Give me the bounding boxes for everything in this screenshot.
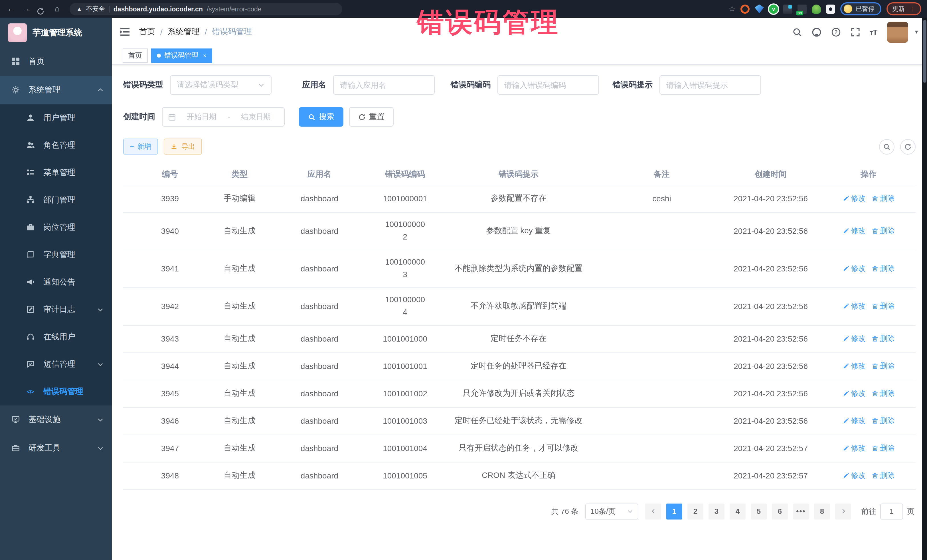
sidebar-item-label: 部门管理 [43,195,104,205]
page-size-select[interactable]: 10条/页 [585,503,638,519]
edit-link[interactable]: 修改 [842,264,866,274]
sidebar-item-12[interactable]: </>错误码管理 [0,378,112,405]
browser-extension-icon[interactable] [798,4,807,14]
error-code-input[interactable] [504,81,592,89]
edit-link[interactable]: 修改 [842,193,866,203]
goto-page-input[interactable] [880,503,903,519]
extensions-puzzle-icon[interactable] [826,4,835,14]
refresh-table-button[interactable] [900,139,916,154]
trash-icon [871,265,878,272]
add-button[interactable]: + 新增 [123,138,158,155]
start-date-placeholder[interactable]: 开始日期 [179,112,224,122]
page-button-8[interactable]: 8 [814,503,830,519]
search-button[interactable]: 搜索 [299,107,343,127]
delete-link[interactable]: 删除 [871,226,895,236]
edit-link[interactable]: 修改 [842,443,866,453]
github-icon[interactable] [812,27,821,37]
page-button-3[interactable]: 3 [708,503,725,519]
error-hint-input[interactable] [666,81,754,89]
breadcrumb-system[interactable]: 系统管理 [168,27,200,37]
browser-forward-icon[interactable]: → [21,0,31,18]
page-button-4[interactable]: 4 [729,503,746,519]
delete-link[interactable]: 删除 [871,443,895,453]
hamburger-icon[interactable] [120,27,130,36]
scrollbar-thumb[interactable] [923,20,926,83]
window-scrollbar[interactable] [922,18,927,560]
edit-link[interactable]: 修改 [842,334,866,344]
tab-0[interactable]: 首页 [123,48,148,62]
more-pages-button[interactable]: ••• [793,503,809,519]
browser-menu-icon[interactable]: ⋮ [909,6,916,12]
delete-link[interactable]: 删除 [871,301,895,311]
page-button-2[interactable]: 2 [687,503,704,519]
browser-extension-icon[interactable] [783,4,792,14]
sidebar-item-0[interactable]: 首页 [0,47,112,76]
error-type-select[interactable]: 请选择错误码类型 [170,75,272,95]
date-range-picker[interactable]: 开始日期 - 结束日期 [162,107,285,127]
sidebar-item-4[interactable]: 菜单管理 [0,159,112,187]
sidebar-item-label: 短信管理 [43,359,97,370]
chevron-down-icon[interactable]: ▼ [914,29,919,35]
help-icon[interactable]: ? [831,27,840,37]
browser-extension-icon[interactable]: v [769,4,778,14]
page-button-5[interactable]: 5 [751,503,767,519]
fullscreen-icon[interactable] [850,27,860,37]
close-icon[interactable]: × [203,52,207,58]
edit-link[interactable]: 修改 [842,361,866,371]
page-button-6[interactable]: 6 [772,503,788,519]
sidebar-item-6[interactable]: 岗位管理 [0,214,112,241]
show-search-button[interactable] [879,139,895,154]
sidebar-item-label: 审计日志 [43,305,97,315]
browser-extension-icon[interactable] [740,4,749,14]
not-secure-label: 不安全 [86,5,105,13]
delete-link[interactable]: 删除 [871,361,895,371]
sidebar-item-9[interactable]: 审计日志 [0,296,112,323]
profile-paused-chip[interactable]: 已暂停 [840,2,881,15]
tab-1[interactable]: 错误码管理× [151,48,212,62]
prev-page-button[interactable] [645,503,661,519]
sidebar-item-10[interactable]: 在线用户 [0,323,112,351]
font-size-icon[interactable]: TT [870,28,877,36]
browser-extension-icon[interactable] [812,4,821,14]
sidebar-item-8[interactable]: 通知公告 [0,269,112,296]
user-avatar[interactable] [887,21,908,42]
search-icon[interactable] [792,27,802,37]
delete-link[interactable]: 删除 [871,264,895,274]
browser-extension-icon[interactable] [755,4,764,14]
sidebar-item-14[interactable]: 研发工具 [0,434,112,463]
edit-link[interactable]: 修改 [842,389,866,399]
sidebar-item-1[interactable]: 系统管理 [0,76,112,104]
next-page-button[interactable] [835,503,851,519]
breadcrumb-home[interactable]: 首页 [139,27,155,37]
sidebar-item-7[interactable]: 字典管理 [0,241,112,269]
page-button-1[interactable]: 1 [666,503,682,519]
sidebar-item-11[interactable]: 短信管理 [0,351,112,378]
browser-back-icon[interactable]: ← [6,0,16,18]
browser-reload-icon[interactable] [36,3,47,15]
app-logo[interactable]: 芋道管理系统 [0,18,112,47]
sidebar-item-13[interactable]: 基础设施 [0,405,112,434]
delete-link[interactable]: 删除 [871,470,895,481]
sidebar-item-2[interactable]: 用户管理 [0,104,112,132]
edit-link[interactable]: 修改 [842,301,866,311]
sidebar-item-3[interactable]: 角色管理 [0,132,112,159]
delete-link[interactable]: 删除 [871,389,895,399]
delete-link[interactable]: 删除 [871,334,895,344]
edit-link[interactable]: 修改 [842,416,866,426]
delete-link[interactable]: 删除 [871,416,895,426]
app-name-input[interactable] [340,81,428,89]
export-button[interactable]: 导出 [164,138,202,155]
delete-link[interactable]: 删除 [871,193,895,203]
cell-time: 2021-04-20 23:52:56 [720,250,821,287]
sidebar-item-5[interactable]: 部门管理 [0,187,112,214]
browser-update-button[interactable]: 更新 ⋮ [886,2,921,15]
edit-pencil-icon [842,335,849,342]
edit-link[interactable]: 修改 [842,226,866,236]
address-bar[interactable]: ▲ 不安全 dashboard.yudao.iocoder.cn/system/… [70,3,342,15]
end-date-placeholder[interactable]: 结束日期 [233,112,278,122]
delete-label: 删除 [880,470,895,481]
edit-link[interactable]: 修改 [842,470,866,481]
bookmark-star-icon[interactable]: ☆ [729,5,736,13]
browser-home-icon[interactable]: ⌂ [52,0,62,18]
reset-button[interactable]: 重置 [349,107,394,127]
